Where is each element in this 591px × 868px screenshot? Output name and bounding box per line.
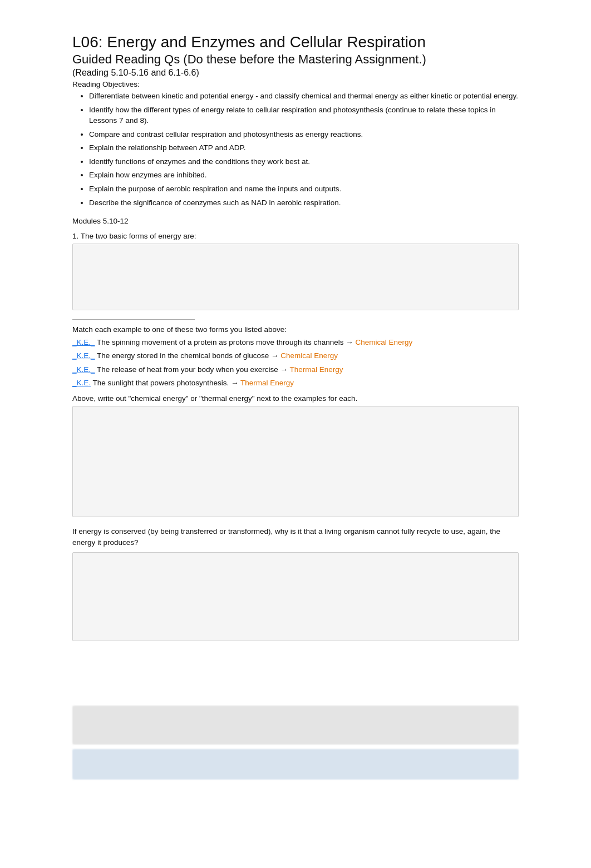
objective-6: Explain how enzymes are inhibited.: [89, 170, 519, 181]
match-answer-2: Chemical Energy: [280, 351, 338, 360]
objective-5: Identify functions of enzymes and the co…: [89, 156, 519, 167]
match-answer-3: Thermal Energy: [289, 365, 343, 374]
modules-label: Modules 5.10-12: [72, 217, 519, 225]
objective-2: Identify how the different types of ener…: [89, 105, 519, 126]
subtitle: Guided Reading Qs (Do these before the M…: [72, 52, 519, 67]
match-item-4: _K.E. The sunlight that powers photosynt…: [72, 378, 519, 389]
objective-4: Explain the relationship between ATP and…: [89, 142, 519, 153]
divider: [72, 319, 195, 320]
ke-label-2: _K.E._: [72, 351, 95, 360]
subtitle2: (Reading 5.10-5.16 and 6.1-6.6): [72, 68, 519, 78]
above-instruction-answer-area[interactable]: [72, 406, 519, 517]
objective-1: Differentiate between kinetic and potent…: [89, 91, 519, 102]
reading-objectives-label: Reading Objectives:: [72, 80, 519, 88]
objective-7: Explain the purpose of aerobic respirati…: [89, 183, 519, 195]
objectives-list: Differentiate between kinetic and potent…: [89, 91, 519, 208]
question-1: 1. The two basic forms of energy are:: [72, 232, 519, 240]
conserved-question: If energy is conserved (by being transfe…: [72, 526, 519, 549]
above-instruction: Above, write out "chemical energy" or "t…: [72, 394, 519, 403]
ke-label-3: _K.E._: [72, 365, 95, 374]
match-item-3: _K.E._ The release of heat from your bod…: [72, 364, 519, 375]
main-title: L06: Energy and Enzymes and Cellular Res…: [72, 33, 519, 51]
ke-label-1: _K.E._: [72, 338, 95, 346]
match-instruction: Match each example to one of these two f…: [72, 325, 519, 334]
page: L06: Energy and Enzymes and Cellular Res…: [0, 0, 591, 868]
match-item-1: _K.E._ The spinning movement of a protei…: [72, 337, 519, 348]
title-block: L06: Energy and Enzymes and Cellular Res…: [72, 33, 519, 78]
match-text-2: The energy stored in the chemical bonds …: [97, 351, 280, 360]
match-answer-4: Thermal Energy: [240, 379, 294, 387]
conserved-question-answer-area[interactable]: [72, 552, 519, 641]
ke-label-4: _K.E.: [72, 379, 91, 387]
objective-8: Describe the significance of coenzymes s…: [89, 197, 519, 209]
match-answer-1: Chemical Energy: [356, 338, 413, 346]
match-text-3: The release of heat from your body when …: [97, 365, 289, 374]
match-text-1: The spinning movement of a protein as pr…: [97, 338, 356, 346]
match-item-2: _K.E._ The energy stored in the chemical…: [72, 350, 519, 361]
objective-3: Compare and contrast cellular respiratio…: [89, 129, 519, 140]
match-text-4: The sunlight that powers photosynthesis.…: [93, 379, 240, 387]
blurred-content-1: [72, 706, 519, 745]
question-1-answer-area[interactable]: [72, 244, 519, 310]
blurred-content-2: [72, 749, 519, 780]
